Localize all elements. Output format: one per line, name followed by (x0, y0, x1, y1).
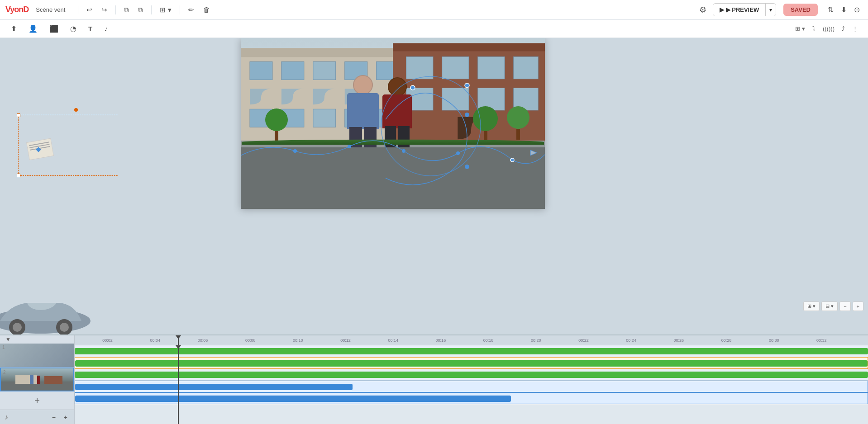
share-button[interactable]: ⇅ (825, 4, 836, 16)
selection-box-newspaper (18, 115, 118, 176)
paint-button[interactable]: ✏ (186, 4, 197, 16)
track-row-paperball[interactable]: 🌿 Paper ball (75, 381, 868, 392)
canvas-zoom-plus[interactable]: + (853, 302, 863, 311)
track-row-newspaper[interactable]: 🌿 Garbage - Newspaper (75, 392, 868, 404)
svg-rect-8 (281, 61, 304, 80)
ruler-00-18: 00:18 (483, 338, 494, 343)
bar-container-paperball (75, 381, 868, 392)
view-grid-button[interactable]: ⊞ ▾ (792, 24, 808, 33)
chart-button[interactable]: ◔ (67, 23, 80, 35)
top-right-actions: ⇅ ⬇ ⊙ (825, 4, 863, 16)
text-button[interactable]: T (85, 23, 96, 34)
more-view-button[interactable]: ⋮ (849, 24, 861, 33)
ruler-00-08: 00:08 (245, 338, 256, 343)
svg-rect-24 (442, 88, 469, 110)
music-icon: ♪ (5, 413, 8, 421)
track-label-paperball: Paper ball (85, 384, 108, 389)
track-bar-3[interactable] (75, 372, 868, 378)
track-row-3 (75, 369, 868, 381)
enter-button[interactable]: ⤵ (810, 24, 818, 33)
shape-button[interactable]: ⬛ (46, 23, 62, 35)
track-row-1 (75, 345, 868, 357)
upload-button[interactable]: ⬆ (7, 23, 20, 35)
download-button[interactable]: ⬇ (838, 4, 849, 16)
redo-button[interactable]: ↪ (99, 4, 110, 16)
preview-button[interactable]: ▶ ▶ PREVIEW (713, 4, 766, 16)
scene-item-2[interactable]: 2 (0, 367, 74, 391)
character-button[interactable]: 👤 (25, 23, 41, 35)
track-icon-tree: 🌳 (78, 361, 83, 366)
track-bar-1[interactable] (75, 348, 868, 354)
ruler-00-24: 00:24 (626, 338, 636, 343)
ruler-00-04: 00:04 (150, 338, 161, 343)
logo-d: D (23, 5, 29, 14)
road (241, 144, 545, 209)
audio-button[interactable]: ♪ (100, 23, 111, 35)
duplicate-button[interactable]: ⧉ (135, 4, 146, 16)
sep-2 (115, 5, 116, 14)
settings-button[interactable]: ⚙ (696, 3, 709, 17)
play-icon: ▶ (720, 6, 724, 13)
ruler-inner: 00:02 00:04 00:06 00:08 00:10 00:12 00:1… (75, 335, 868, 345)
keyframe-dot-paperball[interactable] (344, 385, 349, 389)
preview-group: ▶ ▶ PREVIEW ▾ (713, 3, 777, 16)
canvas-view-toggle[interactable]: ⊞ ▾ (803, 302, 820, 311)
ruler-00-22: 00:22 (578, 338, 589, 343)
playhead-head (176, 335, 181, 339)
track-bar-tree[interactable] (75, 360, 868, 367)
preview-dropdown-button[interactable]: ▾ (766, 4, 776, 16)
sel-handle-tl[interactable] (17, 113, 20, 117)
timeline-playhead (178, 345, 179, 424)
ruler-00-10: 00:10 (293, 338, 303, 343)
remove-track-button[interactable]: − (50, 413, 58, 422)
track-rows: 🌳 Tree - Swaying 🌿 Paper ball (75, 345, 868, 424)
collapse-button[interactable]: ▼ (5, 335, 12, 344)
undo-button[interactable]: ↩ (84, 4, 95, 16)
center-canvas: ⊞ ▾ ⊟ ▾ − + (118, 38, 868, 334)
logo-yon: yo (10, 5, 19, 14)
saved-button[interactable]: SAVED (783, 4, 818, 16)
more-button[interactable]: ⊙ (851, 4, 863, 16)
green-dot-3 (77, 372, 82, 377)
track-row-tree-swaying[interactable]: 🌳 Tree - Swaying (75, 357, 868, 369)
canvas-view-buttons: ⊞ ▾ ⊟ ▾ − + (803, 302, 863, 311)
newspaper-element[interactable] (26, 138, 54, 160)
svg-rect-20 (442, 57, 469, 79)
layers-button[interactable]: ⊞ ▾ (157, 4, 174, 16)
rotation-handle[interactable] (74, 108, 78, 112)
bushes (241, 137, 545, 147)
scene-title: Scène vent (36, 6, 65, 13)
second-toolbar: ⬆ 👤 ⬛ ◔ T ♪ ⊞ ▾ ⤵ ((())) ⤴ ⋮ (0, 20, 868, 38)
scene-item-1[interactable]: 1 (0, 344, 74, 367)
scene-number-1: 1 (2, 345, 5, 350)
svg-point-2 (13, 323, 22, 332)
audio-wave-button[interactable]: ((())) (820, 24, 837, 33)
track-bar-newspaper[interactable] (75, 396, 511, 402)
track-label-newspaper: Garbage - Newspaper (85, 396, 134, 401)
scene-number-2: 2 (3, 370, 6, 375)
canvas-grid-toggle[interactable]: ⊟ ▾ (821, 302, 838, 311)
add-scene-row: + (0, 391, 74, 410)
sep-1 (78, 5, 78, 14)
app-wrapper: VyonD Scène vent ↩ ↪ ⧉ ⧉ ⊞ ▾ ✏ 🗑 ⚙ ▶ ▶ P… (0, 0, 868, 424)
track-bar-paperball[interactable] (75, 384, 353, 390)
vyond-logo: VyonD (5, 5, 29, 14)
scene-canvas[interactable] (241, 38, 545, 209)
copy-button[interactable]: ⧉ (121, 4, 132, 16)
sel-handle-bl[interactable] (17, 174, 20, 177)
add-track-button[interactable]: + (62, 413, 70, 422)
car-element (0, 285, 95, 334)
keyframe-newspaper[interactable] (36, 147, 41, 152)
view-controls: ⊞ ▾ ⤵ ((())) ⤴ ⋮ (792, 24, 861, 33)
ruler-00-14: 00:14 (388, 338, 398, 343)
exit-button[interactable]: ⤴ (839, 24, 848, 33)
keyframe-dot-newspaper[interactable] (503, 396, 508, 401)
canvas-zoom-minus[interactable]: − (839, 302, 850, 311)
track-label-tree: Tree - Swaying (85, 360, 119, 366)
add-scene-button[interactable]: + (0, 391, 74, 410)
bar-container-newspaper (75, 393, 868, 404)
preview-label: ▶ PREVIEW (726, 6, 759, 13)
svg-rect-18 (393, 43, 545, 52)
char-man (347, 75, 379, 147)
trash-button[interactable]: 🗑 (200, 4, 213, 15)
